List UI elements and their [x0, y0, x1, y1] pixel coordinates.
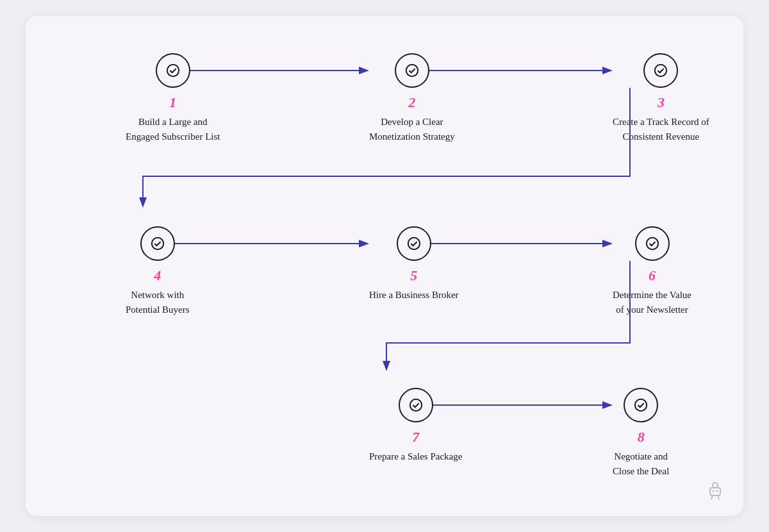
step-5: 5 Hire a Business Broker	[369, 226, 459, 303]
step-number-5: 5	[410, 267, 417, 284]
step-number-4: 4	[154, 267, 161, 284]
step-label-1: Build a Large andEngaged Subscriber List	[126, 115, 220, 144]
circle-2	[395, 53, 429, 88]
step-label-3: Create a Track Record ofConsistent Reven…	[613, 115, 709, 144]
step-label-5: Hire a Business Broker	[369, 288, 459, 303]
step-number-2: 2	[408, 94, 415, 111]
step-4: 4 Network withPotential Buyers	[126, 226, 190, 317]
step-number-7: 7	[412, 429, 419, 445]
step-1: 1 Build a Large andEngaged Subscriber Li…	[126, 53, 220, 144]
watermark-icon	[705, 480, 725, 503]
step-2: 2 Develop a ClearMonetization Strategy	[369, 53, 455, 144]
step-7: 7 Prepare a Sales Package	[369, 388, 462, 464]
step-label-8: Negotiate andClose the Deal	[613, 449, 669, 478]
step-number-8: 8	[638, 429, 645, 445]
step-label-7: Prepare a Sales Package	[369, 449, 462, 464]
circle-7	[399, 388, 433, 422]
step-3: 3 Create a Track Record ofConsistent Rev…	[613, 53, 709, 144]
svg-point-6	[167, 65, 179, 76]
svg-point-9	[152, 238, 163, 249]
circle-1	[156, 53, 190, 88]
step-number-3: 3	[657, 94, 665, 111]
svg-point-13	[635, 399, 647, 411]
svg-point-12	[410, 399, 422, 411]
circle-6	[635, 226, 670, 261]
svg-point-7	[406, 65, 418, 76]
circle-8	[624, 388, 658, 422]
step-label-4: Network withPotential Buyers	[126, 288, 190, 317]
circle-3	[643, 53, 678, 88]
svg-point-18	[713, 490, 715, 492]
svg-point-11	[646, 238, 657, 249]
step-label-6: Determine the Valueof your Newsletter	[613, 288, 691, 317]
diagram-container: 1 Build a Large andEngaged Subscriber Li…	[26, 16, 743, 516]
step-8: 8 Negotiate andClose the Deal	[613, 388, 669, 478]
svg-point-15	[713, 483, 718, 488]
step-6: 6 Determine the Valueof your Newsletter	[613, 226, 691, 317]
circle-4	[140, 226, 175, 261]
svg-point-19	[716, 490, 718, 492]
step-label-2: Develop a ClearMonetization Strategy	[369, 115, 455, 144]
circle-5	[397, 226, 431, 261]
step-number-6: 6	[649, 267, 656, 284]
svg-point-10	[408, 238, 420, 249]
step-number-1: 1	[169, 94, 176, 111]
svg-rect-14	[710, 488, 720, 495]
svg-point-8	[655, 65, 666, 76]
